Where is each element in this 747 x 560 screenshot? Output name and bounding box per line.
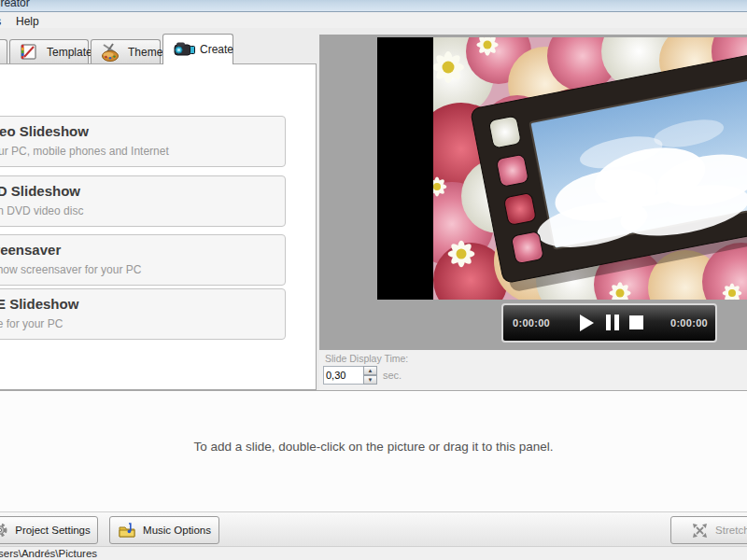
- option-screensaver[interactable]: Screensaver Slideshow screensaver for yo…: [0, 234, 286, 286]
- menu-bar: Settings Help: [0, 12, 747, 28]
- slide-display-time-section: Slide Display Time: ▲ ▼ sec.: [319, 350, 747, 390]
- spinner-up-icon[interactable]: ▲: [363, 366, 377, 375]
- music-folder-icon: [118, 522, 136, 539]
- play-button[interactable]: [580, 315, 599, 331]
- preview-panel: 0:00:00 0:00:00: [319, 35, 747, 350]
- status-bar: C:\Users\Andrés\Pictures: [0, 546, 747, 560]
- preview-image: [433, 37, 747, 300]
- app-window: Photo Slideshow Creator Settings Help Ph…: [0, 0, 747, 560]
- palette-icon: [100, 43, 122, 62]
- tab-templates[interactable]: Templates: [9, 39, 89, 63]
- slides-panel-hint: To add a slide, double-click on the pict…: [0, 440, 747, 454]
- slide-display-time-label: Slide Display Time:: [325, 353, 408, 364]
- pause-button[interactable]: [606, 315, 625, 331]
- option-subtitle: Exe file for your PC: [0, 317, 285, 330]
- option-video-slideshow[interactable]: Video Slideshow For your PC, mobile phon…: [0, 116, 286, 167]
- project-settings-button[interactable]: Project Settings: [0, 516, 98, 544]
- create-options-panel: Video Slideshow For your PC, mobile phon…: [0, 63, 317, 390]
- bottom-toolbar: Project Settings Music Options: [0, 511, 747, 546]
- tab-photos[interactable]: Photos: [0, 39, 7, 63]
- stretch-all-button[interactable]: Stretch All: [670, 516, 747, 544]
- stop-icon: [629, 315, 643, 329]
- slide-display-time-unit: sec.: [383, 370, 402, 381]
- stretch-all-label: Stretch All: [715, 525, 747, 536]
- option-title: Video Slideshow: [0, 123, 285, 139]
- stop-button[interactable]: [629, 315, 648, 331]
- option-dvd-slideshow[interactable]: DVD Slideshow To burn DVD video disc: [0, 175, 286, 227]
- status-path: C:\Users\Andrés\Pictures: [0, 548, 97, 559]
- slides-panel[interactable]: To add a slide, double-click on the pict…: [0, 393, 747, 511]
- slide-display-time-spinner: ▲ ▼: [363, 366, 377, 385]
- option-title: DVD Slideshow: [0, 183, 285, 199]
- gear-icon: [0, 522, 8, 539]
- window-title: Photo Slideshow Creator: [0, 0, 30, 9]
- option-exe-slideshow[interactable]: EXE Slideshow Exe file for your PC: [0, 288, 286, 340]
- playback-bar: 0:00:00 0:00:00: [501, 303, 717, 343]
- menu-item-help[interactable]: Help: [10, 14, 45, 29]
- play-icon: [580, 315, 594, 331]
- option-subtitle: For your PC, mobile phones and Internet: [0, 145, 285, 158]
- option-title: EXE Slideshow: [0, 296, 285, 312]
- option-subtitle: Slideshow screensaver for your PC: [0, 263, 285, 276]
- music-options-label: Music Options: [143, 525, 211, 536]
- tab-themes[interactable]: Themes: [91, 39, 161, 63]
- stretch-icon: [691, 522, 709, 539]
- camcorder-icon: [172, 40, 194, 59]
- slide-display-time-input[interactable]: [323, 366, 366, 385]
- menu-item-settings[interactable]: Settings: [0, 14, 7, 29]
- project-settings-label: Project Settings: [15, 525, 91, 536]
- tab-create[interactable]: Create: [162, 34, 233, 64]
- tab-create-label: Create: [200, 43, 233, 56]
- pause-icon: [606, 315, 625, 330]
- total-time: 0:00:00: [670, 317, 708, 329]
- elapsed-time: 0:00:00: [513, 317, 550, 329]
- title-bar: Photo Slideshow Creator: [0, 0, 747, 12]
- app-viewport: Photo Slideshow Creator Settings Help Ph…: [0, 0, 747, 560]
- spinner-down-icon[interactable]: ▼: [363, 375, 377, 385]
- option-title: Screensaver: [0, 242, 285, 258]
- music-options-button[interactable]: Music Options: [109, 516, 219, 544]
- option-subtitle: To burn DVD video disc: [0, 204, 285, 217]
- letterbox-bar: [377, 37, 433, 300]
- templates-icon: [19, 43, 41, 62]
